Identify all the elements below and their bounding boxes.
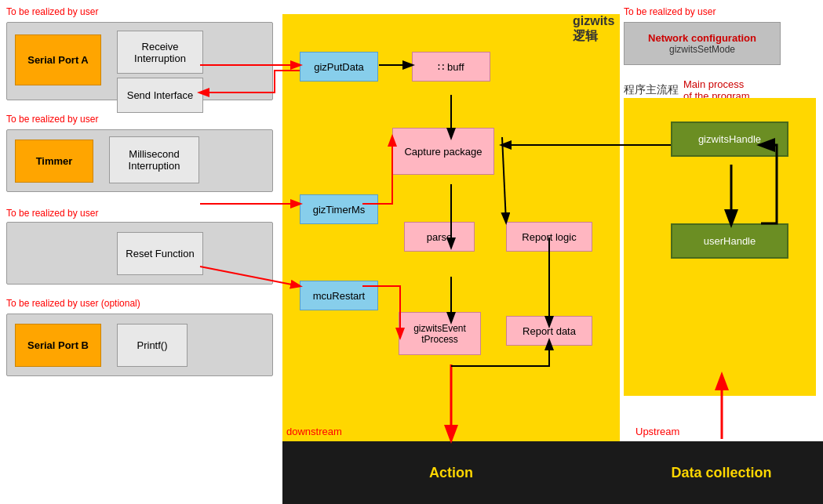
middle-yellow-section: gizwits逻辑 gizPutData ∷ buff Capture pack… xyxy=(282,14,620,453)
network-config-code: gizwitsSetMode xyxy=(669,44,735,55)
network-config-label: Network configuration xyxy=(648,32,756,44)
network-config-box: Network configuration gizwitsSetMode xyxy=(624,22,781,65)
giztimerms-box: gizTimerMs xyxy=(300,194,378,224)
group-1: Serial Port A Receive Interruption Send … xyxy=(6,22,273,100)
gizwitshandle-box: gizwitsHandle xyxy=(671,121,788,157)
mcurestart-box: mcuRestart xyxy=(300,281,378,310)
timmer-box: Timmer xyxy=(15,140,93,183)
downstream-label: downstream xyxy=(286,426,342,437)
group-3: Reset Function xyxy=(6,222,273,285)
user-label-2: To be realized by user xyxy=(6,114,98,125)
buff-box: ∷ buff xyxy=(412,52,490,82)
action-label: Action xyxy=(429,465,473,481)
left-section: To be realized by user Serial Port A Rec… xyxy=(0,0,282,502)
parse-box: parse xyxy=(404,222,475,252)
userhandle-box: userHandle xyxy=(671,223,788,259)
millisecond-interruption-box: Millisecond Interruption xyxy=(109,136,199,183)
group-4: Serial Port B Printf() xyxy=(6,314,273,376)
gizwits-title: gizwits逻辑 xyxy=(573,14,620,45)
bottom-data-collection-section: Data collection xyxy=(620,441,823,504)
report-data-box: Report data xyxy=(506,316,592,346)
printf-box: Printf() xyxy=(117,324,188,367)
main-process-cn: 程序主流程 xyxy=(624,83,679,97)
serial-port-a-box: Serial Port A xyxy=(15,34,101,85)
receive-interruption-box: Receive Interruption xyxy=(117,31,203,74)
report-logic-box: Report logic xyxy=(506,222,592,252)
user-label-3: To be realized by user xyxy=(6,208,98,219)
gizwits-event-process-box: gizwitsEvent tProcess xyxy=(399,312,481,355)
capture-package-box: Capture package xyxy=(392,128,494,175)
send-interface-box: Send Interface xyxy=(117,78,203,113)
diagram-container: To be realized by user Serial Port A Rec… xyxy=(0,0,823,504)
user-label-4: To be realized by user (optional) xyxy=(6,298,140,309)
right-yellow-bg: gizwitsHandle userHandle xyxy=(624,98,816,396)
reset-function-box: Reset Function xyxy=(117,232,203,275)
upstream-label: Upstream xyxy=(635,426,679,437)
gizputdata-box: gizPutData xyxy=(300,52,378,82)
bottom-action-section: Action xyxy=(282,441,620,504)
right-user-label: To be realized by user xyxy=(624,6,716,17)
user-label-1: To be realized by user xyxy=(6,6,98,17)
serial-port-b-box: Serial Port B xyxy=(15,324,101,367)
group-2: Timmer Millisecond Interruption xyxy=(6,129,273,192)
data-collection-label: Data collection xyxy=(671,465,771,481)
